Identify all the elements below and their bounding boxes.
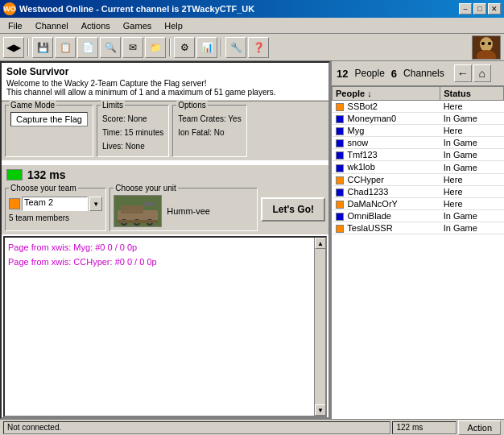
limits-time: Time: 15 minutes [102, 126, 163, 139]
player-name: TeslaUSSR [347, 223, 392, 233]
player-color-indicator [336, 127, 344, 135]
player-name: wk1lob [348, 162, 375, 172]
player-color-indicator [336, 176, 344, 184]
chat-scrollbar: ▲ ▼ [314, 238, 325, 416]
player-status: Here [440, 197, 504, 209]
player-color-indicator [336, 201, 344, 209]
lets-go-button[interactable]: Let's Go! [261, 197, 325, 222]
player-status: Here [440, 101, 504, 113]
player-name: snow [348, 138, 369, 147]
game-mode-value: Capture the Flag [10, 112, 88, 126]
action-button[interactable]: Action [458, 420, 501, 435]
separator-3 [221, 39, 222, 56]
table-row: DaMaNcOrY Here [333, 197, 504, 209]
folder-btn[interactable]: 📁 [145, 37, 166, 58]
search-btn[interactable]: 🔍 [100, 37, 121, 58]
player-color-indicator [336, 103, 344, 111]
player-name-cell: Chad1233 [333, 185, 440, 197]
player-color-indicator [336, 151, 344, 160]
nav-home-btn[interactable]: ⌂ [473, 64, 491, 82]
scroll-down-btn[interactable]: ▼ [315, 404, 326, 416]
menu-games[interactable]: Games [117, 19, 158, 32]
right-panel: 12 People 6 Channels ← ⌂ People ↓ Status [330, 61, 504, 419]
player-name: Tmf123 [347, 150, 377, 160]
close-button[interactable]: ✕ [488, 3, 501, 14]
table-row: OmniBlade In Game [333, 209, 504, 222]
team-dropdown[interactable]: Team 2 [22, 197, 88, 211]
left-panel: Sole Survivor Welcome to the Wacky 2-Tea… [0, 61, 330, 419]
player-color-indicator [336, 213, 344, 221]
game-mode-group: Game Mode Capture the Flag [5, 105, 93, 157]
col-people[interactable]: People ↓ [333, 87, 440, 101]
chat-message-2: Page from xwis: CCHyper: #0 0 / 0 0p [8, 255, 311, 270]
status-left: Not connected. [3, 421, 390, 434]
svg-rect-8 [143, 202, 155, 206]
player-name-cell: OmniBlade [333, 209, 440, 222]
limits-score: Score: None [102, 112, 163, 126]
team-group-label: Choose your team [9, 184, 78, 193]
new-btn[interactable]: 📄 [77, 37, 98, 58]
channels-label: Channels [403, 68, 444, 79]
options-label: Options [176, 101, 207, 110]
player-color-indicator [336, 225, 344, 233]
extra-btn2[interactable]: ❓ [248, 37, 269, 58]
menu-actions[interactable]: Actions [75, 19, 117, 32]
menu-help[interactable]: Help [158, 19, 189, 32]
ping-value: 132 ms [27, 168, 65, 181]
menu-file[interactable]: File [2, 19, 29, 32]
options-team-crates: Team Crates: Yes [178, 112, 241, 126]
copy-btn[interactable]: 📋 [55, 37, 76, 58]
chat-area: Page from xwis: Myg: #0 0 / 0 0p Page fr… [3, 236, 327, 417]
team-dropdown-arrow[interactable]: ▼ [89, 197, 102, 211]
player-name-cell: TeslaUSSR [333, 222, 440, 234]
status-bar: Not connected. 122 ms Action [0, 419, 504, 435]
player-color-indicator [336, 115, 344, 123]
people-count: 12 [337, 68, 348, 80]
app-icon: WO [3, 2, 16, 15]
menu-channel[interactable]: Channel [29, 19, 75, 32]
mail-btn[interactable]: ✉ [122, 37, 143, 58]
limits-lives: Lives: None [102, 139, 163, 153]
toolbar: ◀▶ 💾 📋 📄 🔍 ✉ 📁 ⚙ 📊 🔧 ❓ [0, 34, 504, 61]
game-info-section: Game Mode Capture the Flag Limits Score:… [2, 101, 328, 160]
table-row: wk1lob In Game [333, 161, 504, 173]
player-status: In Game [440, 161, 504, 173]
nav-back-btn[interactable]: ← [454, 64, 472, 82]
back-forward-btn[interactable]: ◀▶ [3, 37, 24, 58]
extra-btn1[interactable]: 🔧 [225, 37, 246, 58]
people-label: People [354, 68, 384, 79]
team-unit-section: Choose your team Team 2 ▼ 5 team members… [2, 184, 328, 234]
channels-count: 6 [391, 68, 397, 80]
settings-btn[interactable]: ⚙ [174, 37, 195, 58]
main-content: Sole Survivor Welcome to the Wacky 2-Tea… [0, 61, 504, 419]
unit-image [114, 195, 162, 227]
ping-display: 132 ms [2, 165, 328, 184]
right-header: 12 People 6 Channels ← ⌂ [332, 61, 504, 86]
minimize-button[interactable]: – [459, 3, 472, 14]
maximize-button[interactable]: □ [473, 3, 486, 14]
status-right: 122 ms [392, 421, 456, 434]
options-ion-fatal: Ion Fatal: No [178, 126, 241, 139]
game-header: Sole Survivor Welcome to the Wacky 2-Tea… [2, 63, 328, 101]
player-name-cell: wk1lob [333, 161, 440, 173]
player-status: In Game [440, 149, 504, 161]
window-controls: – □ ✕ [459, 3, 501, 14]
people-table: People ↓ Status SSBot2 Here Moneyman0 [332, 86, 504, 234]
col-status[interactable]: Status [440, 87, 504, 101]
table-row: TeslaUSSR In Game [333, 222, 504, 234]
player-name: CCHyper [348, 175, 384, 184]
game-mode-label: Game Mode [9, 101, 56, 110]
player-name-cell: snow [333, 137, 440, 149]
player-status: In Game [440, 209, 504, 222]
player-name-cell: Tmf123 [333, 149, 440, 161]
scroll-up-btn[interactable]: ▲ [315, 238, 326, 249]
save-btn[interactable]: 💾 [32, 37, 53, 58]
chart-btn[interactable]: 📊 [196, 37, 217, 58]
player-status: Here [440, 125, 504, 137]
svg-point-3 [481, 42, 485, 45]
player-color-indicator [336, 164, 344, 172]
svg-point-4 [488, 42, 491, 45]
welcome-text-2: This channel will allow a minimum of 1 a… [6, 88, 324, 97]
scroll-thumb[interactable] [315, 249, 325, 404]
team-members-count: 5 team members [9, 213, 102, 222]
